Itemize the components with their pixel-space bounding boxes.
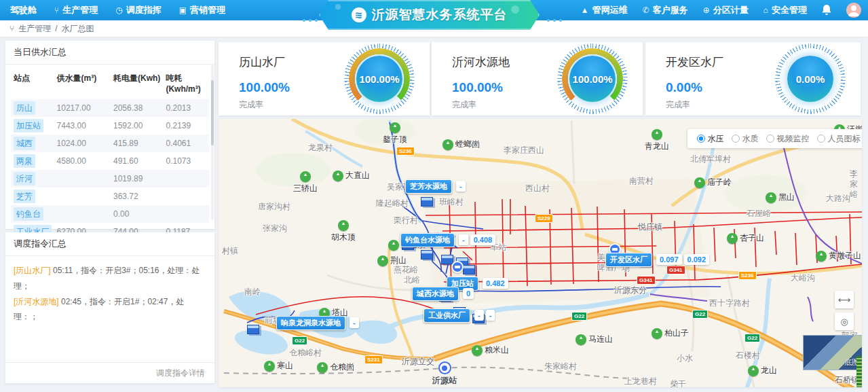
mountain-marker: 龙山 (748, 365, 777, 376)
mountain-icon (264, 361, 275, 372)
facility-marker[interactable]: 城西水源地 0 (412, 287, 474, 301)
layer-radio-option[interactable]: 人员图标 (817, 133, 861, 145)
radio-icon[interactable] (697, 135, 705, 143)
map-canvas[interactable]: 龙泉村李家庄西山北傅军埠村南营村李家峪大路沟石屋峪吴家顶西山村班峪村唐家沟村隆起… (219, 119, 862, 387)
mountain-label: 马连山 (588, 334, 613, 345)
facility-name-tag[interactable]: 钓鱼台水源地 (400, 233, 455, 247)
basemap-switcher-thumbnail[interactable]: 底图 (803, 335, 862, 370)
layer-radio-option[interactable]: 水压 (697, 133, 724, 145)
radio-icon[interactable] (732, 135, 740, 143)
layer-option-label: 人员图标 (828, 133, 861, 145)
mountain-label: 黑山 (778, 192, 795, 203)
breadcrumb-page: 水厂总图 (62, 23, 94, 35)
power-value: 415.89 (113, 139, 166, 148)
facility-value-box: 0.408 (470, 234, 496, 245)
nav-menu-item[interactable]: ◷ 调度指挥 (115, 4, 161, 16)
facility-values: - (454, 179, 466, 192)
visibility-button[interactable]: ◎ (835, 313, 854, 330)
map-place-label: 石桥镇 (835, 375, 859, 385)
station-link[interactable]: 钓鱼台 (14, 207, 43, 221)
road-number-badge: G341 (637, 276, 656, 285)
road-number-badge: G22 (292, 336, 307, 345)
station-link[interactable]: 芝芳 (14, 190, 35, 203)
plant-name: 历山水厂 (239, 54, 285, 70)
nav-menu-item[interactable]: ▣ 营销管理 (179, 4, 225, 16)
facility-name-tag[interactable]: 开发区水厂 (605, 253, 652, 267)
nav-menu-item[interactable]: ✆ 客户服务 (643, 4, 688, 16)
map-layer-switcher: 水压 水质 视频监控 人员图标 (687, 129, 862, 148)
station-link[interactable]: 两泉 (14, 154, 35, 168)
column-header: 供水量(m³) (57, 73, 113, 94)
mountain-label: 黄墩子山 (829, 250, 861, 262)
mountain-marker: 庙子岭 (694, 177, 732, 188)
table-row: 历山 10217.00 2056.38 0.2013 (11, 99, 209, 117)
table-scrollbar-thumb[interactable] (211, 80, 214, 145)
nav-item-icon: ⊕ (703, 5, 710, 15)
mountain-icon (442, 139, 453, 150)
facility-marker[interactable]: 响泉龙洞泉水源地 - (276, 316, 359, 330)
breadcrumb-section[interactable]: 生产管理 (18, 23, 51, 35)
map-place-label: 大路沟 (826, 194, 850, 204)
measure-distance-button[interactable]: ⟷ (835, 291, 854, 308)
facility-name-tag[interactable]: 城西水源地 (412, 287, 459, 301)
dispatch-entry: [沂河水源地] 02:45，指令：开启1#；02:47，处理：； (14, 294, 206, 325)
facility-marker[interactable]: 芝芳水源地 - (405, 179, 466, 194)
mountain-marker: 螳螂崮 (442, 139, 480, 150)
map-place-label: 北傅军埠村 (690, 154, 731, 164)
facility-name-tag[interactable]: 响泉龙洞泉水源地 (276, 316, 345, 330)
dispatch-site: [沂河水源地] (14, 297, 59, 306)
facility-name-tag[interactable]: 芝芳水源地 (405, 179, 452, 194)
user-avatar[interactable] (846, 3, 861, 18)
map-place-label: 北峪 (404, 275, 420, 285)
station-link[interactable]: 沂河 (14, 172, 35, 185)
nav-menu-item[interactable]: ▲ 管网运维 (581, 4, 628, 16)
dispatch-detail-link[interactable]: 调度指令详情 (5, 362, 214, 383)
mountain-marker: 荆山 (377, 255, 407, 266)
map-place-label: 石屋峪 (747, 209, 771, 219)
facility-marker[interactable]: 工业供水厂 -- (423, 308, 495, 323)
radio-icon[interactable] (817, 135, 825, 143)
map-place-label: 仓粮峪村 (289, 348, 322, 358)
dispatch-log: [历山水厂] 05:11，指令：开启3#；05:16，处理：处理； [沂河水源地… (5, 256, 214, 362)
facility-name-tag[interactable]: 工业供水厂 (423, 308, 470, 323)
banner-decor-dots (303, 19, 318, 22)
cost-value: 0.1073 (166, 156, 209, 166)
nav-left-menu: 驾驶舱 ⑂ 生产管理 ◷ 调度指挥 ▣ 营销管理 (7, 0, 225, 20)
power-value: 1019.89 (113, 174, 166, 183)
gauge-value: 100.00% (569, 56, 616, 102)
mountain-icon (472, 345, 483, 356)
layer-radio-option[interactable]: 水质 (732, 133, 759, 145)
nav-item-icon: ⌂ (763, 5, 768, 15)
facility-marker[interactable]: 钓鱼台水源地 -0.408 (400, 233, 495, 247)
daily-supply-panel: 当日供水汇总 站点供水量(m³)耗电量(Kwh)吨耗(Kwh/m³) 历山 10… (5, 41, 214, 229)
facility-values: 0.482 (480, 277, 508, 289)
nav-menu-item[interactable]: ⌂ 安全管理 (763, 4, 807, 16)
mountain-label: 仓粮崮 (330, 361, 354, 373)
facility-marker[interactable]: 开发区水厂 0.0970.092 (605, 253, 709, 267)
table-row: 钓鱼台 0.00 (11, 205, 209, 223)
banner-decor-dots (547, 19, 562, 22)
nav-item-label: 驾驶舱 (10, 4, 37, 16)
column-header: 吨耗(Kwh/m³) (166, 73, 209, 94)
train-station-label: 沂源站 (432, 375, 457, 387)
nav-menu-item[interactable]: ⊕ 分区计量 (703, 4, 749, 16)
nav-menu-item[interactable]: 驾驶舱 (7, 4, 37, 16)
mountain-icon (388, 240, 399, 251)
nav-item-label: 生产管理 (62, 4, 98, 16)
supply-value: 1024.00 (57, 139, 113, 148)
station-link[interactable]: 历山 (14, 101, 35, 115)
radio-icon[interactable] (766, 135, 774, 143)
station-link[interactable]: 城西 (14, 137, 35, 150)
map-place-label: 张家沟 (263, 224, 287, 234)
layer-radio-option[interactable]: 视频监控 (766, 133, 810, 145)
layer-option-label: 水质 (742, 133, 759, 145)
notification-bell-icon[interactable] (822, 5, 831, 16)
nav-menu-item[interactable]: ⑂ 生产管理 (54, 4, 98, 16)
plant-name: 沂河水源地 (452, 54, 510, 70)
nav-item-label: 分区计量 (713, 4, 749, 16)
mountain-label: 杏子山 (740, 232, 764, 244)
mountain-icon (694, 177, 705, 188)
building-icon (247, 325, 259, 334)
facility-value-box: - (350, 317, 359, 328)
station-link[interactable]: 加压站 (14, 119, 43, 132)
